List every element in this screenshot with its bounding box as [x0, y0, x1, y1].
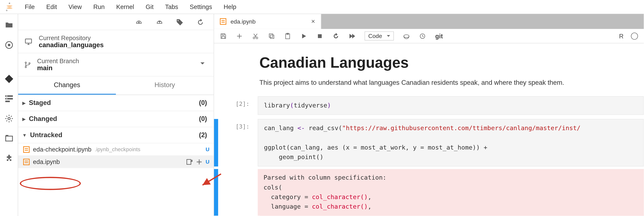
cell-type-select[interactable]: Code — [364, 31, 394, 40]
notebook-icon — [23, 146, 30, 153]
tab-history[interactable]: History — [116, 76, 214, 95]
cell-prompt: [2]: — [218, 96, 255, 107]
notebook-title: Canadian Languages — [260, 54, 627, 71]
menu-settings[interactable]: Settings — [184, 1, 218, 13]
stage-plus-icon[interactable] — [196, 158, 202, 165]
code-content[interactable]: can_lang <- read_csv("https://raw.github… — [258, 119, 644, 167]
caret-right-icon: ▶ — [22, 116, 26, 122]
staged-count: (0) — [199, 99, 207, 106]
svg-rect-28 — [222, 36, 225, 38]
chevron-down-icon — [200, 62, 204, 67]
svg-rect-27 — [222, 34, 224, 35]
close-icon[interactable]: × — [311, 18, 315, 25]
tag-icon[interactable] — [176, 18, 184, 27]
extensions-icon[interactable] — [4, 154, 13, 163]
svg-rect-18 — [25, 148, 28, 149]
cell-prompt: [3]: — [218, 119, 255, 130]
untracked-file-row[interactable]: eda.ipynb U — [18, 156, 214, 168]
menu-edit[interactable]: Edit — [40, 1, 63, 13]
svg-rect-19 — [25, 150, 28, 150]
svg-rect-26 — [222, 22, 224, 23]
git-label[interactable]: git — [435, 32, 443, 39]
file-path: .ipynb_checkpoints — [95, 146, 140, 152]
pull-icon[interactable] — [134, 18, 143, 27]
svg-point-12 — [178, 20, 178, 21]
svg-point-0 — [9, 2, 10, 4]
code-cell[interactable]: [3]: can_lang <- read_csv("https://raw.g… — [214, 119, 644, 167]
fast-forward-icon[interactable] — [348, 32, 356, 39]
git-tabs: Changes History — [18, 76, 214, 95]
tabs-icon[interactable] — [4, 134, 13, 143]
restart-icon[interactable] — [332, 32, 340, 39]
push-icon[interactable] — [155, 18, 163, 27]
svg-rect-17 — [24, 147, 29, 152]
paste-icon[interactable] — [284, 32, 291, 39]
refresh-icon[interactable] — [196, 18, 204, 27]
kernel-status-icon[interactable] — [631, 32, 638, 39]
tab-changes[interactable]: Changes — [18, 76, 116, 95]
annotation-ellipse — [20, 177, 81, 190]
git-side-panel: Current Repository canadian_languages Cu… — [18, 14, 214, 216]
svg-rect-32 — [269, 34, 273, 37]
section-untracked[interactable]: ▼ Untracked (2) — [18, 127, 214, 144]
svg-rect-6 — [5, 101, 10, 102]
running-icon[interactable] — [4, 41, 13, 50]
caret-down-icon: ▼ — [22, 133, 27, 138]
code-content[interactable]: library(tidyverse) — [258, 96, 644, 115]
repo-label: Current Repository — [39, 34, 104, 41]
cut-icon[interactable] — [252, 32, 259, 39]
svg-point-1 — [6, 9, 8, 11]
branch-label: Current Branch — [37, 57, 79, 64]
menu-tabs[interactable]: Tabs — [160, 1, 184, 13]
section-staged[interactable]: ▶ Staged (0) — [18, 95, 214, 111]
file-name: eda.ipynb — [33, 158, 60, 165]
commands-icon[interactable] — [4, 94, 13, 103]
settings-icon[interactable] — [4, 114, 13, 123]
kernel-name[interactable]: R — [619, 32, 624, 39]
output-content: Parsed with column specification: cols( … — [258, 169, 644, 216]
svg-rect-11 — [6, 135, 8, 136]
editor-tab-bar: eda.ipynb × — [214, 14, 644, 29]
tab-title: eda.ipynb — [230, 18, 256, 25]
notebook-toolbar: Code git R — [214, 29, 644, 43]
menu-bar: File Edit View Run Kernel Git Tabs Setti… — [0, 0, 644, 14]
untracked-count: (2) — [199, 131, 207, 139]
current-repository[interactable]: Current Repository canadian_languages — [18, 30, 214, 53]
stop-icon[interactable] — [316, 32, 323, 39]
menu-run[interactable]: Run — [88, 1, 110, 13]
svg-rect-13 — [25, 39, 32, 43]
svg-rect-22 — [25, 162, 28, 163]
status-badge: U — [206, 159, 210, 165]
current-branch[interactable]: Current Branch main — [18, 53, 214, 76]
menu-git[interactable]: Git — [140, 1, 159, 13]
svg-point-9 — [8, 117, 10, 120]
git-toolbar — [18, 14, 214, 30]
notebook-icon — [23, 158, 30, 165]
svg-rect-20 — [24, 159, 29, 165]
copy-icon[interactable] — [268, 32, 275, 39]
repo-name: canadian_languages — [39, 41, 104, 49]
untracked-file-row[interactable]: eda-checkpoint.ipynb .ipynb_checkpoints … — [18, 143, 214, 156]
menu-view[interactable]: View — [63, 1, 88, 13]
menu-help[interactable]: Help — [218, 1, 242, 13]
menu-file[interactable]: File — [19, 1, 40, 13]
code-cell[interactable]: [2]: library(tidyverse) — [214, 96, 644, 115]
editor-tab[interactable]: eda.ipynb × — [214, 14, 321, 29]
save-icon[interactable] — [220, 32, 227, 39]
svg-rect-10 — [6, 136, 12, 141]
open-file-icon[interactable] — [186, 158, 192, 165]
status-badge: U — [206, 146, 210, 152]
voila-icon[interactable] — [403, 32, 410, 39]
menu-kernel[interactable]: Kernel — [110, 1, 140, 13]
section-changed[interactable]: ▶ Changed (0) — [18, 111, 214, 127]
run-icon[interactable] — [300, 32, 307, 39]
folder-icon[interactable] — [4, 21, 13, 30]
git-icon[interactable] — [4, 74, 13, 83]
caret-right-icon: ▶ — [22, 100, 26, 106]
notebook-icon — [220, 18, 226, 25]
svg-rect-3 — [8, 44, 10, 46]
add-icon[interactable] — [236, 32, 243, 39]
notebook-body[interactable]: Canadian Languages This project aims to … — [214, 43, 644, 216]
markdown-cell[interactable]: Canadian Languages This project aims to … — [214, 54, 644, 86]
clock-icon[interactable] — [419, 32, 426, 39]
